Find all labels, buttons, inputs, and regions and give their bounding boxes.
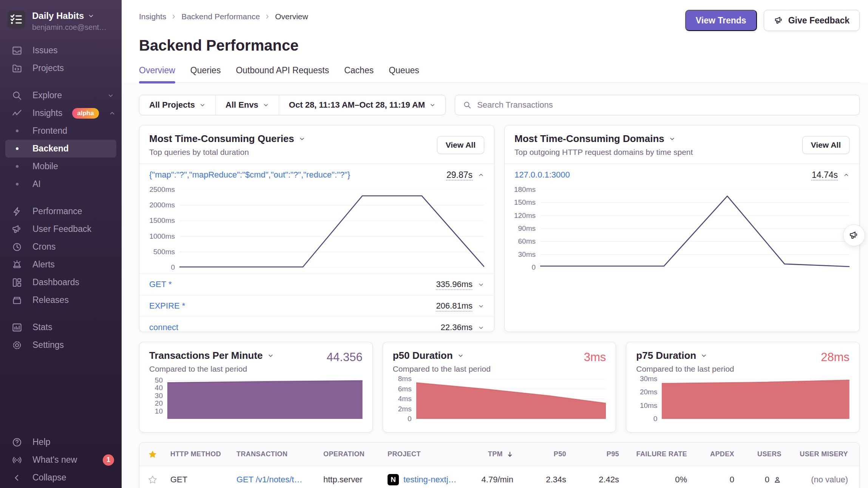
gear-icon (11, 340, 23, 351)
domain-collapse-toggle[interactable]: 14.74s (812, 170, 849, 180)
column-header-apdex[interactable]: APDEX (697, 450, 744, 458)
sidebar-item-performance[interactable]: Performance (0, 202, 122, 220)
floating-feedback-button[interactable] (843, 224, 865, 246)
column-header-user-misery[interactable]: USER MISERY (791, 450, 859, 458)
sidebar-item-whats-new[interactable]: What's new 1 (0, 451, 122, 469)
sidebar-item-help[interactable]: Help (0, 433, 122, 451)
org-logo-icon (8, 11, 25, 28)
project-filter[interactable]: All Projects (139, 95, 215, 115)
breadcrumb-backend-performance[interactable]: Backend Performance (181, 12, 260, 21)
tpm-value: 44.356 (327, 351, 363, 364)
sidebar-item-frontend[interactable]: Frontend (0, 122, 122, 140)
chevron-right-icon (171, 14, 177, 20)
search-icon (463, 100, 472, 110)
sidebar-item-dashboards[interactable]: Dashboards (0, 273, 122, 291)
sidebar-item-insights[interactable]: Insights alpha (0, 104, 122, 122)
query-row: GET * 335.96ms (139, 273, 494, 295)
chevron-down-icon (478, 303, 484, 309)
sidebar-item-user-feedback[interactable]: User Feedback (0, 220, 122, 238)
cell-apdex: 0 (697, 475, 744, 485)
sidebar-item-mobile[interactable]: Mobile (0, 158, 122, 175)
domains-duration-chart: 180ms150ms120ms90ms60ms30ms0 (508, 190, 849, 267)
query-row: EXPIRE * 206.81ms (139, 295, 494, 317)
view-trends-button[interactable]: View Trends (685, 10, 757, 31)
query-link[interactable]: EXPIRE * (149, 301, 185, 311)
sidebar-item-explore[interactable]: Explore (0, 86, 122, 104)
p50-title-selector[interactable]: p50 Duration (393, 350, 491, 361)
p75-chart: 30ms20ms10ms0 (636, 379, 849, 419)
sidebar-item-label: Crons (32, 242, 114, 252)
tpm-title-selector[interactable]: Transactions Per Minute (149, 350, 274, 361)
tab-caches[interactable]: Caches (344, 65, 374, 82)
chevron-down-icon (429, 102, 436, 108)
column-header-tpm[interactable]: TPM (459, 450, 523, 458)
chevron-left-icon (11, 473, 23, 483)
tab-outbound-api-requests[interactable]: Outbound API Requests (236, 65, 329, 82)
query-link[interactable]: GET * (149, 280, 172, 289)
column-header-operation[interactable]: OPERATION (319, 450, 383, 458)
sidebar-item-ai[interactable]: AI (0, 175, 122, 193)
sidebar-item-projects[interactable]: Projects (0, 59, 122, 77)
favorite-column-header (139, 449, 166, 459)
tpm-subtitle: Compared to the last period (149, 364, 274, 374)
tab-overview[interactable]: Overview (139, 65, 175, 82)
queries-card-title-selector[interactable]: Most Time-Consuming Queries (149, 133, 305, 145)
date-range-filter[interactable]: Oct 28, 11:13 AM–Oct 28, 11:19 AM (279, 95, 445, 115)
domain-link[interactable]: 127.0.0.1:3000 (514, 170, 570, 180)
chevron-down-icon (199, 102, 205, 108)
column-header-method[interactable]: HTTP METHOD (166, 450, 232, 458)
environment-filter[interactable]: All Envs (215, 95, 279, 115)
domains-card-title: Most Time-Consuming Domains (514, 133, 664, 145)
sidebar-item-label: User Feedback (32, 224, 114, 234)
column-header-users[interactable]: USERS (744, 450, 791, 458)
filter-bar: All Projects All Envs Oct 28, 11:13 AM–O… (139, 95, 860, 115)
sidebar-item-stats[interactable]: Stats (0, 318, 122, 336)
sidebar-item-issues[interactable]: Issues (0, 42, 122, 59)
column-header-p95[interactable]: P95 (576, 450, 629, 458)
column-header-p50[interactable]: P50 (523, 450, 576, 458)
domains-card-title-selector[interactable]: Most Time-Consuming Domains (514, 133, 693, 145)
give-feedback-label: Give Feedback (788, 15, 849, 26)
column-header-failure-rate[interactable]: FAILURE RATE (629, 450, 697, 458)
give-feedback-button[interactable]: Give Feedback (764, 10, 860, 31)
domains-view-all-button[interactable]: View All (802, 136, 849, 154)
query-expand-toggle[interactable]: 22.36ms (441, 323, 484, 332)
query-collapse-toggle[interactable]: 29.87s (446, 170, 484, 180)
sidebar-item-backend[interactable]: Backend (5, 140, 116, 158)
project-link[interactable]: testing-nextj… (403, 475, 457, 485)
org-switcher[interactable]: Daily Habits benjamin.coe@sent… (0, 0, 122, 42)
query-link[interactable]: {"map":"?","mapReduce":"$cmd","out":"?",… (149, 170, 350, 180)
column-header-transaction[interactable]: TRANSACTION (232, 450, 319, 458)
p50-subtitle: Compared to the last period (393, 364, 491, 374)
tab-queues[interactable]: Queues (389, 65, 419, 82)
tab-queries[interactable]: Queries (190, 65, 221, 82)
table-row: GET GET /v1/notes/t… http.server N testi… (139, 466, 859, 488)
cell-p50: 2.34s (523, 475, 576, 485)
chevron-up-icon (478, 172, 484, 178)
chevron-down-icon (457, 352, 464, 359)
sidebar-item-collapse[interactable]: Collapse (0, 469, 122, 486)
transaction-link[interactable]: GET /v1/notes/t… (236, 475, 302, 484)
column-header-project[interactable]: PROJECT (383, 450, 459, 458)
cell-p95: 2.42s (576, 475, 629, 485)
page-content: All Projects All Envs Oct 28, 11:13 AM–O… (122, 83, 868, 488)
p75-title-selector[interactable]: p75 Duration (636, 350, 734, 361)
whats-new-count-badge: 1 (103, 454, 114, 466)
tpm-title: Transactions Per Minute (149, 350, 263, 361)
sidebar-item-settings[interactable]: Settings (0, 336, 122, 354)
query-expand-toggle[interactable]: 206.81ms (436, 301, 484, 311)
queries-card-subtitle: Top queries by total duration (149, 148, 305, 157)
cell-operation: http.server (319, 475, 383, 485)
sidebar-item-releases[interactable]: Releases (0, 291, 122, 309)
query-expand-toggle[interactable]: 335.96ms (436, 280, 484, 289)
sidebar-item-alerts[interactable]: Alerts (0, 256, 122, 273)
search-transactions-input[interactable] (477, 100, 852, 110)
query-link[interactable]: connect (149, 323, 178, 332)
transactions-per-minute-card: Transactions Per Minute Compared to the … (139, 342, 373, 432)
queries-view-all-button[interactable]: View All (437, 136, 484, 154)
star-icon (148, 449, 158, 459)
page-filters: All Projects All Envs Oct 28, 11:13 AM–O… (139, 95, 446, 115)
sidebar-item-crons[interactable]: Crons (0, 238, 122, 256)
favorite-toggle[interactable] (139, 475, 166, 485)
breadcrumb-insights[interactable]: Insights (139, 12, 166, 21)
